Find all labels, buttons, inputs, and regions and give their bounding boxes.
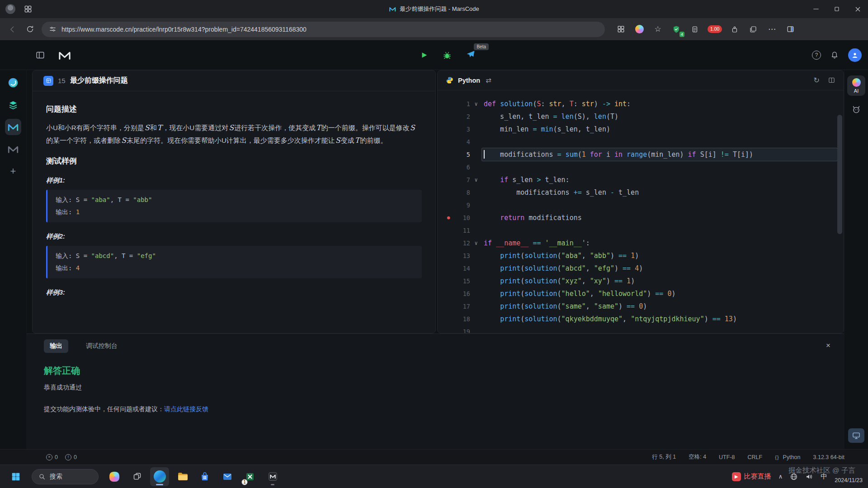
browser-profile-avatar[interactable] xyxy=(5,4,15,14)
console-close-icon[interactable]: × xyxy=(826,341,830,350)
breakpoint-gutter[interactable]: ● xyxy=(443,148,454,161)
maximize-button[interactable] xyxy=(826,0,847,18)
taskbar-search[interactable]: 搜索 xyxy=(32,469,99,484)
url-text[interactable]: https://www.marscode.cn/practice/lnrp0r1… xyxy=(61,26,307,33)
breakpoint-gutter[interactable]: ● xyxy=(443,174,454,186)
panel-toggle-icon[interactable] xyxy=(35,50,45,60)
code-line-17[interactable]: ●17 print(solution("same", "same") == 0) xyxy=(438,300,844,313)
code-line-3[interactable]: ●3 min_len = min(s_len, t_len) xyxy=(438,123,844,136)
breakpoint-gutter[interactable]: ● xyxy=(443,199,454,211)
notifications-bell-icon[interactable] xyxy=(830,51,839,60)
rail-add-button[interactable]: + xyxy=(5,163,21,179)
back-icon[interactable] xyxy=(5,22,20,37)
breakpoint-gutter[interactable]: ● xyxy=(443,123,454,136)
clipboard-icon[interactable] xyxy=(689,23,701,35)
start-button[interactable] xyxy=(6,467,25,486)
debug-button[interactable] xyxy=(443,51,452,60)
code-line-6[interactable]: ●6 xyxy=(438,161,844,174)
editor-body[interactable]: ●1∨def solution(S: str, T: str) -> int:●… xyxy=(438,90,844,333)
tab-output[interactable]: 输出 xyxy=(44,339,68,353)
rail-camp-icon[interactable] xyxy=(5,75,21,91)
feedback-link[interactable]: 请点此链接反馈 xyxy=(164,405,208,413)
taskbar-explorer-icon[interactable] xyxy=(173,467,192,486)
taskbar-store-icon[interactable] xyxy=(195,467,214,486)
assistant-mascot-icon[interactable] xyxy=(851,104,862,115)
breakpoint-gutter[interactable]: ● xyxy=(443,224,454,237)
code-line-14[interactable]: ●14 print(solution("abcd", "efg") == 4) xyxy=(438,262,844,275)
address-bar[interactable]: https://www.marscode.cn/practice/lnrp0r1… xyxy=(42,22,605,37)
adblock-shield-icon[interactable]: 4 xyxy=(670,23,682,35)
more-options-icon[interactable]: ⋯ xyxy=(766,23,778,35)
code-line-1[interactable]: ●1∨def solution(S: str, T: str) -> int: xyxy=(438,98,844,110)
code-line-11[interactable]: ●11 xyxy=(438,224,844,237)
close-button[interactable] xyxy=(847,0,868,18)
split-screen-icon[interactable] xyxy=(784,23,796,35)
terminal-toggle-button[interactable] xyxy=(848,428,864,443)
marscode-logo[interactable] xyxy=(58,50,71,61)
taskbar-excel-icon[interactable]: 1 xyxy=(241,467,259,486)
code-line-4[interactable]: ●4 xyxy=(438,136,844,148)
code-line-2[interactable]: ●2 s_len, t_len = len(S), len(T) xyxy=(438,110,844,123)
code-line-9[interactable]: ●9 xyxy=(438,199,844,211)
editor-scrollbar[interactable] xyxy=(837,115,842,234)
copilot-icon[interactable] xyxy=(633,23,645,35)
breakpoint-gutter[interactable]: ● xyxy=(443,313,454,325)
status-item[interactable]: CRLF xyxy=(748,454,763,460)
code-line-8[interactable]: ●8 modifications += s_len - t_len xyxy=(438,186,844,199)
breakpoint-gutter[interactable]: ● xyxy=(443,325,454,333)
breakpoint-gutter[interactable]: ● xyxy=(443,275,454,287)
breakpoint-dot[interactable]: ● xyxy=(443,211,454,224)
code-line-13[interactable]: ●13 print(solution("aba", "abb") == 1) xyxy=(438,249,844,262)
status-item[interactable]: UTF-8 xyxy=(719,454,735,460)
breakpoint-gutter[interactable]: ● xyxy=(443,136,454,148)
code-line-7[interactable]: ●7∨ if s_len > t_len: xyxy=(438,174,844,186)
code-line-19[interactable]: ●19 xyxy=(438,325,844,333)
live-broadcast-button[interactable]: ▶ 比赛直播 xyxy=(732,472,771,481)
rail-marscode-icon[interactable] xyxy=(5,141,21,157)
tray-chevron-up-icon[interactable]: ∧ xyxy=(778,474,783,479)
fold-chevron-icon[interactable]: ∨ xyxy=(470,174,482,186)
breakpoint-gutter[interactable]: ● xyxy=(443,249,454,262)
language-label[interactable]: Python xyxy=(458,77,480,84)
task-view-icon[interactable] xyxy=(127,467,146,486)
code-line-10[interactable]: ●10 return modifications xyxy=(438,211,844,224)
errors-count[interactable]: ×0 xyxy=(46,454,58,460)
tab-debug-console[interactable]: 调试控制台 xyxy=(80,339,123,353)
run-button[interactable] xyxy=(420,51,428,59)
status-item[interactable]: 空格: 4 xyxy=(689,453,706,461)
taskbar-edge-icon[interactable] xyxy=(150,467,169,486)
code-line-15[interactable]: ●15 print(solution("xyz", "xy") == 1) xyxy=(438,275,844,287)
status-item[interactable]: 行 5, 列 1 xyxy=(652,453,676,461)
breakpoint-gutter[interactable]: ● xyxy=(443,287,454,300)
breakpoint-gutter[interactable]: ● xyxy=(443,110,454,123)
taskbar-marscode-icon[interactable] xyxy=(263,467,282,486)
breakpoint-gutter[interactable]: ● xyxy=(443,300,454,313)
refresh-icon[interactable] xyxy=(23,22,37,37)
breakpoint-gutter[interactable]: ● xyxy=(443,262,454,275)
problem-body[interactable]: 问题描述 小U和小R有两个字符串，分别是S和T，现在小U需要通过对S进行若干次操… xyxy=(33,91,435,333)
favorites-star-icon[interactable]: ☆ xyxy=(652,23,664,35)
reset-code-icon[interactable]: ↻ xyxy=(814,77,820,84)
site-info-icon[interactable] xyxy=(49,25,57,33)
minimize-button[interactable] xyxy=(806,0,826,18)
split-editor-icon[interactable] xyxy=(828,76,835,84)
user-avatar[interactable] xyxy=(848,48,862,62)
breakpoint-gutter[interactable]: ● xyxy=(443,237,454,249)
copilot-taskbar-icon[interactable] xyxy=(105,467,124,486)
taskbar-mail-icon[interactable] xyxy=(218,467,237,486)
code-line-16[interactable]: ●16 print(solution("hello", "helloworld"… xyxy=(438,287,844,300)
breakpoint-gutter[interactable]: ● xyxy=(443,161,454,174)
extensions-icon[interactable] xyxy=(729,23,741,35)
warnings-count[interactable]: !0 xyxy=(65,454,77,460)
ai-assistant-button[interactable]: AI xyxy=(847,75,865,96)
language-switch-icon[interactable]: ⇄ xyxy=(486,76,491,84)
help-icon[interactable]: ? xyxy=(812,51,821,60)
code-line-5[interactable]: ●5 modifications = sum(1 for i in range(… xyxy=(438,148,844,161)
breakpoint-gutter[interactable]: ● xyxy=(443,186,454,199)
rail-courses-icon[interactable] xyxy=(5,97,21,113)
apps-grid-icon[interactable] xyxy=(615,23,627,35)
points-badge[interactable]: 1.00 xyxy=(708,23,722,35)
submit-plane-button[interactable] xyxy=(466,50,475,59)
status-item[interactable]: 3.12.3 64-bit xyxy=(813,454,845,460)
rail-practice-icon-active[interactable] xyxy=(5,119,21,135)
